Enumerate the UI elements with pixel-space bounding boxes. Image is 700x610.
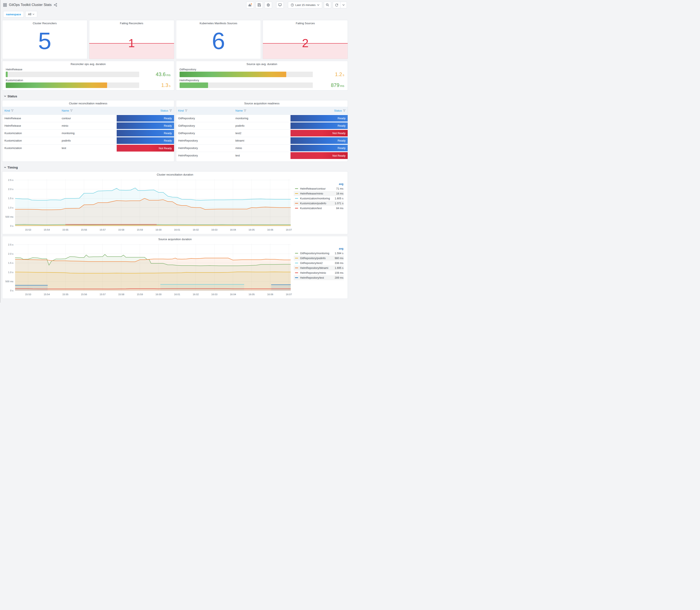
cell-status: Ready: [117, 137, 174, 144]
svg-text:15:57: 15:57: [99, 228, 105, 231]
legend-series-swatch-icon: [295, 203, 298, 204]
readiness-table: KindNameStatusGitRepositorymonitoringRea…: [176, 107, 348, 159]
legend-item[interactable]: GitRepository/test2338 ms: [294, 261, 344, 266]
section-timing[interactable]: Timing: [1, 163, 348, 171]
cycle-view-mode-button[interactable]: [276, 2, 284, 8]
dashboard-settings-button[interactable]: [264, 2, 272, 8]
svg-text:16:03: 16:03: [211, 228, 217, 231]
chart-panel-title: Cluster reconciliation duration: [4, 172, 346, 177]
svg-text:16:02: 16:02: [193, 293, 199, 296]
refresh-interval-dropdown[interactable]: [340, 2, 347, 8]
legend-series-avg: 289 ms: [335, 276, 343, 279]
section-status[interactable]: Status: [1, 92, 348, 100]
legend-item[interactable]: HelmRelease/minio16 ms: [294, 191, 344, 196]
cell-kind: HelmRelease: [2, 115, 60, 122]
status-badge: Ready: [291, 123, 348, 129]
cell-status: Ready: [291, 115, 348, 122]
legend-series-avg: 338 ms: [335, 262, 343, 264]
cell-name: minio: [60, 122, 117, 129]
legend-item[interactable]: Kustomization/monitoring1.605 s: [294, 196, 344, 201]
share-icon[interactable]: [54, 3, 57, 6]
legend-series-swatch-icon: [295, 272, 298, 273]
column-header-status[interactable]: Status: [291, 107, 348, 115]
cell-name: monitoring: [60, 129, 117, 137]
legend-series-avg: 16 ms: [336, 192, 343, 195]
table-row: GitRepositorypodinfoReady: [176, 122, 348, 129]
column-header-kind[interactable]: Kind: [176, 107, 233, 115]
svg-text:16:03: 16:03: [211, 293, 217, 296]
svg-text:0 s: 0 s: [10, 289, 14, 292]
svg-text:16:00: 16:00: [155, 293, 162, 296]
gauge-bar-row: Kustomization1.3s: [6, 79, 170, 88]
legend-item[interactable]: GitRepository/podinfo980 ms: [294, 256, 344, 261]
dashboard-grid-icon[interactable]: [3, 3, 7, 7]
readiness-table: KindNameStatusHelmReleasecontourReadyHel…: [2, 107, 174, 152]
status-badge: Ready: [117, 137, 174, 144]
table-row: HelmReleaseminioReady: [2, 122, 174, 129]
svg-text:16:01: 16:01: [174, 293, 180, 296]
gauge-bar-row: GitRepository1.2s: [180, 68, 344, 77]
cell-kind: HelmRepository: [176, 137, 233, 144]
svg-text:2.0 s: 2.0 s: [8, 188, 13, 190]
status-badge: Ready: [117, 130, 174, 137]
stat-value: 5: [2, 29, 87, 53]
cell-kind: HelmRepository: [176, 152, 233, 159]
legend-series-avg: 108 ms: [335, 271, 343, 274]
svg-text:16:00: 16:00: [155, 228, 162, 231]
column-header-label: Status: [334, 109, 342, 112]
column-header-status[interactable]: Status: [117, 107, 174, 115]
legend-item[interactable]: HelmRepository/bitnami1.695 s: [294, 266, 344, 270]
chevron-down-icon: [33, 14, 34, 15]
table-panel-title: Source acquisition readiness: [176, 100, 348, 106]
svg-text:1.5 s: 1.5 s: [8, 197, 13, 199]
status-badge: Ready: [117, 123, 174, 129]
legend-item[interactable]: HelmRepository/minio108 ms: [294, 270, 344, 275]
legend-item[interactable]: Kustomization/podinfo1.071 s: [294, 201, 344, 206]
legend-item[interactable]: HelmRepository/test289 ms: [294, 275, 344, 280]
timeseries-plot[interactable]: 15:5315:5415:5515:5615:5715:5815:5916:00…: [4, 177, 292, 232]
column-header-kind[interactable]: Kind: [2, 107, 60, 115]
variable-label-namespace[interactable]: namespace: [3, 11, 24, 17]
status-badge: Not Ready: [291, 130, 348, 137]
time-range-picker[interactable]: Last 15 minutes: [288, 2, 322, 8]
status-badge: Not Ready: [291, 152, 348, 159]
stat-panel: Failing Sources2: [263, 20, 348, 59]
legend-item[interactable]: Kustomization/test84 ms: [294, 206, 344, 211]
legend-series-swatch-icon: [295, 193, 298, 194]
stat-panel: Failing Reconcilers1: [89, 20, 174, 59]
section-timing-label: Timing: [7, 165, 18, 169]
save-dashboard-button[interactable]: [256, 2, 263, 8]
cell-name: test: [60, 144, 117, 152]
svg-text:15:55: 15:55: [62, 293, 68, 296]
column-header-name[interactable]: Name: [233, 107, 291, 115]
timeseries-plot[interactable]: 15:5315:5415:5515:5615:5715:5815:5916:00…: [4, 242, 292, 296]
legend-item[interactable]: GitRepository/monitoring1.594 s: [294, 251, 344, 256]
table-row: HelmRepositorytestNot Ready: [176, 152, 348, 159]
refresh-button[interactable]: [333, 2, 340, 8]
svg-text:15:55: 15:55: [62, 228, 68, 231]
gauge-bar-row: HelmRepository879ms: [180, 79, 344, 88]
cell-status: Not Ready: [291, 152, 348, 159]
table-panel: Cluster reconciliation readinessKindName…: [2, 100, 174, 162]
add-panel-button[interactable]: [246, 2, 254, 8]
legend-item[interactable]: HelmRelease/contour71 ms: [294, 186, 344, 191]
legend-series-name: HelmRelease/minio: [300, 192, 336, 195]
legend-series-name: Kustomization/monitoring: [300, 197, 335, 200]
namespace-value-dropdown[interactable]: All: [25, 11, 37, 17]
zoom-out-time-button[interactable]: [324, 2, 331, 8]
svg-text:16:07: 16:07: [286, 293, 292, 296]
gauge-panel: Source ops avg. durationGitRepository1.2…: [176, 61, 348, 91]
svg-text:0 s: 0 s: [10, 225, 14, 227]
gauge-value-unit: ms: [166, 73, 170, 77]
legend-series-name: HelmRelease/contour: [300, 187, 336, 190]
table-row: HelmRepositorybitnamiReady: [176, 137, 348, 144]
stat-panel-title: Failing Reconcilers: [89, 20, 174, 26]
section-status-label: Status: [7, 94, 17, 98]
column-header-name[interactable]: Name: [60, 107, 117, 115]
legend-series-avg: 71 ms: [336, 187, 343, 190]
gauge-value-unit: s: [169, 84, 170, 87]
cell-name: test2: [233, 129, 291, 137]
cell-status: Ready: [291, 122, 348, 129]
legend-series-swatch-icon: [295, 253, 298, 254]
gauge-bar-track: [180, 82, 313, 88]
